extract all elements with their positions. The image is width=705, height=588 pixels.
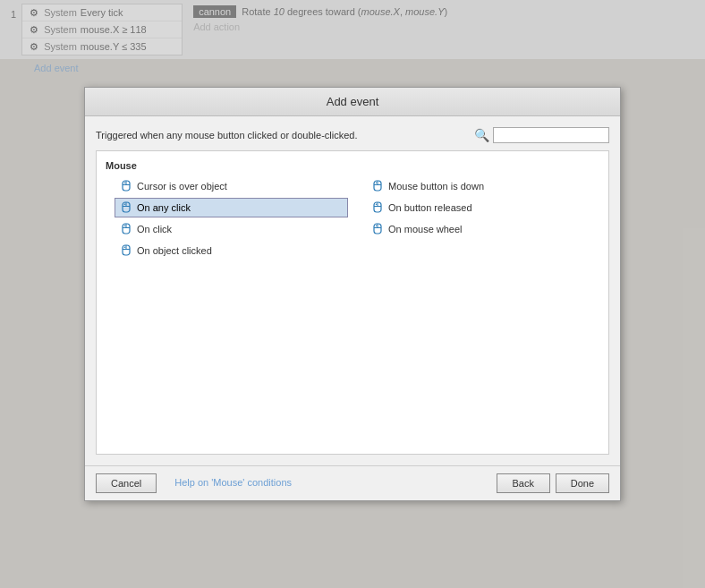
modal-body: Triggered when any mouse button clicked … [85, 116, 620, 465]
mouse-event-icon [119, 222, 133, 236]
mouse-event-icon [119, 200, 133, 215]
search-input[interactable] [493, 127, 609, 143]
event-item-on-button-released[interactable]: On button released [366, 198, 599, 217]
modal-title: Add event [85, 88, 620, 116]
modal-description-text: Triggered when any mouse button clicked … [96, 130, 357, 141]
search-area: 🔍 [474, 127, 609, 143]
help-link[interactable]: Help on 'Mouse' conditions [174, 473, 292, 493]
svg-point-7 [376, 182, 378, 183]
svg-point-27 [124, 246, 126, 248]
event-item-cursor-over[interactable]: Cursor is over object [115, 176, 348, 196]
svg-point-19 [124, 225, 126, 226]
event-item-label: On click [137, 224, 172, 234]
events-group-label: Mouse [106, 160, 599, 171]
mouse-event-icon [370, 179, 385, 193]
event-item-on-mouse-wheel[interactable]: On mouse wheel [366, 219, 599, 239]
mouse-event-icon [119, 179, 133, 193]
svg-point-23 [376, 225, 378, 226]
event-item-label: Mouse button is down [388, 181, 484, 192]
search-icon: 🔍 [474, 128, 489, 142]
event-item-label: On mouse wheel [388, 224, 463, 234]
event-item-on-any-click[interactable]: On any click [115, 198, 348, 217]
modal-overlay: Add event Triggered when any mouse butto… [0, 0, 705, 588]
events-panel: Mouse Cursor is over object Mouse button… [96, 150, 609, 455]
mouse-event-icon [370, 200, 385, 215]
event-item-on-click[interactable]: On click [115, 219, 348, 239]
event-item-label: On any click [137, 202, 191, 213]
event-item-label: On object clicked [137, 245, 212, 256]
mouse-event-icon [119, 243, 133, 258]
event-item-label: Cursor is over object [137, 181, 227, 192]
svg-point-3 [124, 182, 126, 183]
svg-point-11 [124, 203, 126, 205]
modal-description-row: Triggered when any mouse button clicked … [96, 127, 609, 143]
mouse-event-icon [370, 222, 385, 236]
event-item-on-object-clicked[interactable]: On object clicked [115, 241, 348, 260]
done-button[interactable]: Done [556, 473, 609, 493]
events-grid: Cursor is over object Mouse button is do… [106, 176, 599, 260]
event-item-mouse-button-down[interactable]: Mouse button is down [366, 176, 599, 196]
back-button[interactable]: Back [497, 473, 550, 493]
footer-right: Back Done [497, 473, 609, 493]
event-item-label: On button released [388, 202, 472, 213]
add-event-modal: Add event Triggered when any mouse butto… [84, 87, 621, 501]
svg-point-15 [376, 203, 378, 205]
modal-footer: Cancel Help on 'Mouse' conditions Back D… [85, 465, 620, 500]
cancel-button[interactable]: Cancel [96, 473, 157, 493]
footer-left: Cancel Help on 'Mouse' conditions [96, 473, 497, 493]
